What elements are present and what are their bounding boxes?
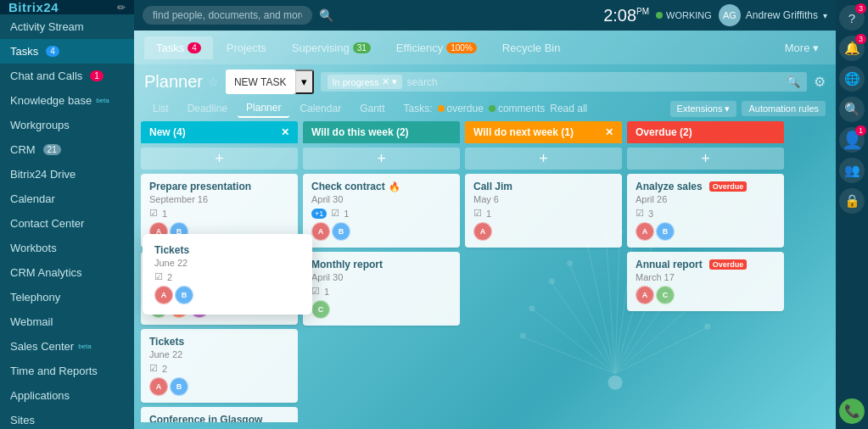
content-area: Tasks 4 Projects Supervising 31 Efficien… [134,31,836,429]
sidebar-item-bitrix24-drive[interactable]: Bitrix24 Drive [0,162,134,187]
new-task-dropdown[interactable]: ▾ [295,70,314,94]
tab-supervising[interactable]: Supervising 31 [280,36,383,59]
sidebar-item-label: Workgroups [10,119,70,131]
globe-icon[interactable]: 🌐 [839,66,865,92]
overdue-filter[interactable]: overdue [438,103,484,114]
tasks-tab-badge: 4 [188,42,201,53]
task-date: March 17 [636,272,776,282]
sidebar: Bitrix24 ✏ Activity Stream Tasks 4 Chat … [0,0,134,429]
task-meta: ☑ 1 [311,286,451,297]
clock-display: 2:08PM [603,6,649,25]
avatar: B [332,222,350,241]
search-icon[interactable]: 🔍 [319,8,333,22]
profile-icon[interactable]: 👤 1 [839,127,865,153]
sidebar-item-calendar[interactable]: Calendar [0,187,134,211]
sidebar-item-sites[interactable]: Sites [0,408,134,429]
filter-status-tag[interactable]: In progress ✕ ▾ [328,75,402,89]
new-task-button-group: NEW TASK ▾ [226,70,314,94]
right-sidebar: ? 3 🔔 3 🌐 🔍 👤 1 👥 🔒 📞 [836,0,868,429]
sidebar-item-label: Bitrix24 Drive [10,168,76,181]
comments-filter[interactable]: comments [489,103,545,114]
sidebar-item-sales-center[interactable]: Sales Center beta [0,334,134,359]
view-tab-calendar[interactable]: Calendar [291,100,350,117]
task-avatars: A [473,222,613,241]
tab-efficiency[interactable]: Efficiency 100% [384,36,489,59]
avatar: B [656,222,675,241]
overdue-badge: Overdue [709,259,748,270]
help-icon[interactable]: ? 3 [839,5,865,31]
task-count: 3 [648,209,653,219]
star-icon[interactable]: ☆ [208,75,219,89]
view-tab-list[interactable]: List [144,100,177,117]
task-card-annual-report[interactable]: Annual report Overdue March 17 A C [627,252,784,311]
col-scroll-overdue: Analyze sales Overdue April 26 ☑ 3 A B [627,174,784,422]
phone-icon[interactable]: 📞 [839,398,865,424]
col-add-new[interactable]: + [141,148,298,170]
avatar: C [656,286,675,304]
view-tab-gantt[interactable]: Gantt [351,100,393,117]
avatar: C [311,300,330,319]
read-all-filter[interactable]: Read all [550,103,587,114]
users-icon[interactable]: 👥 [839,158,865,183]
working-status: WORKING [656,10,712,20]
task-title: Tickets [149,336,289,348]
sidebar-item-tasks[interactable]: Tasks 4 [0,39,134,64]
user-info[interactable]: AG Andrew Griffiths ▾ [719,4,827,26]
col-add-this-week[interactable]: + [303,148,460,170]
sidebar-item-chat-calls[interactable]: Chat and Calls 1 [0,64,134,88]
view-tab-deadline[interactable]: Deadline [179,100,236,117]
notifications-icon[interactable]: 🔔 3 [839,36,865,61]
sidebar-item-label: CRM [10,143,36,156]
task-card-monthly-report[interactable]: Monthly report April 30 ☑ 1 C [303,252,460,326]
task-card-conference-glasgow[interactable]: Conference in Glasgow November 26 ☑ 1 [141,407,298,422]
sidebar-item-crm-analytics[interactable]: CRM Analytics [0,260,134,285]
sidebar-item-knowledge-base[interactable]: Knowledge base beta [0,88,134,113]
floating-card-tickets[interactable]: Tickets June 22 ☑ 2 A B [143,234,312,315]
search-input[interactable] [143,6,312,25]
planner-settings-icon[interactable]: ⚙ [814,74,826,90]
new-task-button[interactable]: NEW TASK [226,70,295,94]
search-icon[interactable]: 🔍 [839,97,865,122]
sidebar-edit-icon[interactable]: ✏ [117,2,126,14]
nav-more-button[interactable]: More ▾ [778,38,826,58]
task-card-call-jim[interactable]: Call Jim May 6 ☑ 1 A [465,174,622,248]
task-avatars: A B [154,286,300,304]
sidebar-item-webmail[interactable]: Webmail [0,309,134,334]
sidebar-item-workbots[interactable]: Workbots [0,236,134,260]
filter-search-icon[interactable]: 🔍 [787,75,800,88]
task-title: Conference in Glasgow [149,414,289,422]
sidebar-item-telephony[interactable]: Telephony [0,285,134,309]
sidebar-item-crm[interactable]: CRM 21 [0,137,134,162]
tab-tasks[interactable]: Tasks 4 [144,36,213,59]
view-tab-planner[interactable]: Planner [238,99,289,118]
tab-recycle-bin[interactable]: Recycle Bin [490,36,573,59]
checkmark-icon: ☑ [331,208,339,219]
sidebar-item-applications[interactable]: Applications [0,383,134,408]
task-date: June 22 [149,349,289,359]
sidebar-item-contact-center[interactable]: Contact Center [0,211,134,236]
checkmark-icon: ☑ [149,208,158,219]
col-close-icon[interactable]: ✕ [605,126,613,138]
task-count: 2 [167,272,172,282]
col-close-icon[interactable]: ✕ [281,126,289,138]
planner-search-input[interactable] [407,76,781,88]
extensions-button[interactable]: Extensions ▾ [670,101,737,117]
col-add-overdue[interactable]: + [627,148,784,170]
task-card-analyze-sales[interactable]: Analyze sales Overdue April 26 ☑ 3 A B [627,174,784,248]
col-add-next-week[interactable]: + [465,148,622,170]
sidebar-item-label: Contact Center [10,217,84,230]
col-scroll-next-week: Call Jim May 6 ☑ 1 A [465,174,622,422]
sidebar-item-workgroups[interactable]: Workgroups [0,113,134,137]
automation-button[interactable]: Automation rules [742,101,826,116]
overdue-badge: Overdue [709,181,748,192]
lock-icon[interactable]: 🔒 [839,188,865,214]
sidebar-item-label: Time and Reports [10,365,98,377]
sidebar-item-time-reports[interactable]: Time and Reports [0,359,134,383]
task-card-tickets-new[interactable]: Tickets June 22 ☑ 2 A B [141,329,298,403]
tab-projects[interactable]: Projects [215,36,278,59]
sidebar-item-activity-stream[interactable]: Activity Stream [0,14,134,39]
comments-dot [489,105,496,112]
task-avatars: A C [636,286,776,304]
task-card-check-contract[interactable]: Check contract 🔥 April 30 +1 ☑ 1 A B [303,174,460,248]
checkmark-icon: ☑ [636,208,644,219]
